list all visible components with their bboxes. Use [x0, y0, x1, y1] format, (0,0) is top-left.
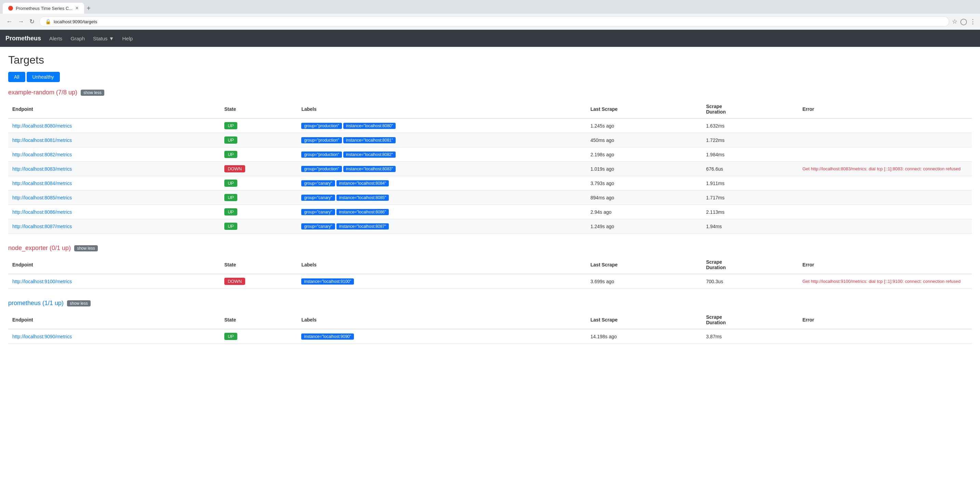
url-bar[interactable]: 🔒 localhost:9090/targets: [39, 16, 949, 27]
th-state: State: [220, 100, 297, 118]
cell-labels: group="canary"instance="localhost:8085": [297, 191, 586, 205]
cell-last-scrape: 2.198s ago: [586, 148, 702, 162]
tab-favicon: [8, 6, 13, 11]
cell-error: [799, 148, 972, 162]
cell-labels: group="canary"instance="localhost:8086": [297, 205, 586, 219]
endpoint-link[interactable]: http://localhost:9090/metrics: [12, 334, 72, 339]
cell-last-scrape: 3.699s ago: [586, 274, 702, 289]
cell-endpoint: http://localhost:9090/metrics: [8, 329, 220, 344]
table-row: http://localhost:8080/metricsUPgroup="pr…: [8, 118, 972, 133]
endpoint-link[interactable]: http://localhost:8080/metrics: [12, 123, 72, 129]
label-badge: instance="localhost:8080": [343, 123, 396, 129]
cell-state: UP: [220, 133, 297, 148]
section-header-prometheus: prometheus (1/1 up)show less: [8, 300, 972, 307]
state-badge: UP: [224, 180, 237, 187]
endpoint-link[interactable]: http://localhost:8081/metrics: [12, 137, 72, 143]
table-row: http://localhost:8081/metricsUPgroup="pr…: [8, 133, 972, 148]
state-badge: DOWN: [224, 165, 245, 172]
label-badge: group="canary": [301, 180, 335, 186]
label-badge: instance="localhost:8087": [336, 223, 389, 229]
bookmark-icon[interactable]: ☆: [952, 18, 958, 25]
endpoint-link[interactable]: http://localhost:8083/metrics: [12, 166, 72, 172]
filter-all-button[interactable]: All: [8, 72, 25, 82]
navbar-alerts[interactable]: Alerts: [49, 34, 62, 43]
active-tab[interactable]: Prometheus Time Series C... ×: [3, 3, 84, 14]
cell-labels: group="canary"instance="localhost:8087": [297, 219, 586, 234]
sections-container: example-random (7/8 up)show lessEndpoint…: [8, 89, 972, 344]
endpoint-link[interactable]: http://localhost:8087/metrics: [12, 224, 72, 229]
cell-endpoint: http://localhost:8085/metrics: [8, 191, 220, 205]
show-less-button-node-exporter[interactable]: show less: [74, 245, 98, 251]
cell-scrape-duration: 1.94ms: [702, 219, 799, 234]
state-badge: UP: [224, 137, 237, 144]
table-row: http://localhost:9090/metricsUPinstance=…: [8, 329, 972, 344]
endpoint-link[interactable]: http://localhost:8086/metrics: [12, 209, 72, 215]
cell-error: [799, 118, 972, 133]
table-row: http://localhost:8087/metricsUPgroup="ca…: [8, 219, 972, 234]
cell-scrape-duration: 1.632ms: [702, 118, 799, 133]
cell-state: UP: [220, 219, 297, 234]
show-less-button-example-random[interactable]: show less: [81, 90, 104, 96]
state-badge: UP: [224, 194, 237, 201]
cell-error: [799, 191, 972, 205]
section-prometheus: prometheus (1/1 up)show lessEndpointStat…: [8, 300, 972, 344]
new-tab-button[interactable]: +: [84, 3, 94, 14]
back-button[interactable]: ←: [4, 17, 14, 27]
label-badge: group="canary": [301, 195, 335, 201]
label-badge: instance="localhost:9100": [301, 278, 354, 285]
th-scrape_duration: ScrapeDuration: [702, 256, 799, 274]
cell-scrape-duration: 1.722ms: [702, 133, 799, 148]
forward-button[interactable]: →: [16, 17, 26, 27]
tab-close-button[interactable]: ×: [75, 5, 78, 11]
label-badge: instance="localhost:8085": [336, 195, 389, 201]
filter-unhealthy-button[interactable]: Unhealthy: [27, 72, 60, 82]
navbar-help[interactable]: Help: [122, 34, 133, 43]
table-row: http://localhost:8086/metricsUPgroup="ca…: [8, 205, 972, 219]
cell-labels: instance="localhost:9100": [297, 274, 586, 289]
cell-error: [799, 329, 972, 344]
tab-title: Prometheus Time Series C...: [16, 6, 73, 11]
th-endpoint: Endpoint: [8, 256, 220, 274]
table-example-random: EndpointStateLabelsLast ScrapeScrapeDura…: [8, 100, 972, 234]
navbar-status[interactable]: Status ▼: [93, 36, 114, 41]
cell-scrape-duration: 1.717ms: [702, 191, 799, 205]
label-badge: instance="localhost:8083": [343, 166, 396, 172]
state-badge: DOWN: [224, 278, 245, 285]
filter-bar: All Unhealthy: [8, 72, 972, 82]
cell-error: [799, 205, 972, 219]
cell-state: UP: [220, 148, 297, 162]
table-row: http://localhost:8082/metricsUPgroup="pr…: [8, 148, 972, 162]
menu-icon[interactable]: ⋮: [970, 18, 976, 25]
endpoint-link[interactable]: http://localhost:9100/metrics: [12, 279, 72, 284]
cell-error: [799, 176, 972, 191]
cell-endpoint: http://localhost:8083/metrics: [8, 162, 220, 176]
navbar: Prometheus Alerts Graph Status ▼ Help: [0, 30, 980, 47]
navbar-brand[interactable]: Prometheus: [5, 35, 41, 42]
state-badge: UP: [224, 333, 237, 340]
cell-last-scrape: 450ms ago: [586, 133, 702, 148]
profile-icon[interactable]: ◯: [960, 18, 967, 25]
navbar-graph[interactable]: Graph: [70, 34, 85, 43]
cell-labels: group="production"instance="localhost:80…: [297, 133, 586, 148]
cell-labels: group="production"instance="localhost:80…: [297, 162, 586, 176]
table-row: http://localhost:9100/metricsDOWNinstanc…: [8, 274, 972, 289]
endpoint-link[interactable]: http://localhost:8082/metrics: [12, 152, 72, 157]
th-error: Error: [799, 311, 972, 329]
show-less-button-prometheus[interactable]: show less: [67, 300, 91, 307]
cell-state: DOWN: [220, 274, 297, 289]
cell-last-scrape: 1.019s ago: [586, 162, 702, 176]
section-header-example-random: example-random (7/8 up)show less: [8, 89, 972, 96]
cell-last-scrape: 894ms ago: [586, 191, 702, 205]
endpoint-link[interactable]: http://localhost:8084/metrics: [12, 181, 72, 186]
th-state: State: [220, 311, 297, 329]
label-badge: instance="localhost:8086": [336, 209, 389, 215]
label-badge: group="production": [301, 137, 342, 143]
section-title-node-exporter: node_exporter (0/1 up): [8, 245, 71, 252]
endpoint-link[interactable]: http://localhost:8085/metrics: [12, 195, 72, 200]
th-scrape_duration: ScrapeDuration: [702, 311, 799, 329]
cell-scrape-duration: 3.87ms: [702, 329, 799, 344]
browser-chrome: Prometheus Time Series C... × + ← → ↻ 🔒 …: [0, 0, 980, 30]
cell-last-scrape: 3.793s ago: [586, 176, 702, 191]
reload-button[interactable]: ↻: [27, 16, 37, 27]
url-text: localhost:9090/targets: [54, 19, 943, 24]
